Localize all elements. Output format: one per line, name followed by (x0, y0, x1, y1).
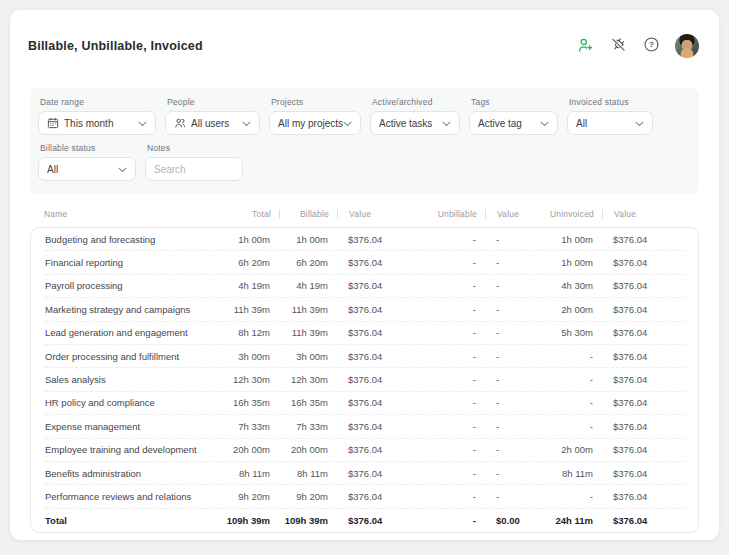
invoiced-status-dropdown[interactable]: All (567, 111, 653, 135)
cell-billable: 16h 35m (270, 397, 328, 408)
top-icon-group: ? (576, 34, 699, 58)
cell-uninvoiced-value: $376.04 (593, 304, 684, 315)
cell-unbillable-value: - (476, 304, 536, 315)
cell-billable-value: $376.04 (328, 351, 402, 362)
cell-name: HR policy and compliance (45, 397, 212, 408)
calendar-icon (47, 117, 59, 129)
cell-billable-value: $376.04 (328, 397, 402, 408)
table-row[interactable]: Payroll processing 4h 19m 4h 19m $376.04… (45, 275, 684, 298)
people-dropdown[interactable]: All users (165, 111, 260, 135)
cell-name: Performance reviews and relations (45, 491, 212, 502)
cell-unbillable: - (402, 374, 476, 385)
cell-total: 6h 20m (212, 257, 270, 268)
table-body: Budgeting and forecasting 1h 00m 1h 00m … (30, 227, 699, 533)
table-row[interactable]: Sales analysis 12h 30m 12h 30m $376.04 -… (45, 368, 684, 391)
table-row[interactable]: Performance reviews and relations 9h 20m… (45, 485, 684, 508)
cell-name: Marketing strategy and campaigns (45, 304, 212, 315)
integrations-disconnected-button[interactable] (609, 37, 627, 55)
table-row[interactable]: Expense management 7h 33m 7h 33m $376.04… (45, 415, 684, 438)
cell-billable: 11h 39m (270, 304, 328, 315)
cell-billable: 1h 00m (270, 234, 328, 245)
filter-people: People All users (165, 97, 260, 135)
chevron-down-icon (118, 164, 127, 175)
cell-billable-value: $376.04 (328, 257, 402, 268)
user-avatar[interactable] (675, 34, 699, 58)
cell-uninvoiced: - (536, 374, 593, 385)
cell-billable: 12h 30m (270, 374, 328, 385)
cell-unbillable: - (402, 421, 476, 432)
column-header-billable: Billable (271, 209, 329, 219)
users-icon (174, 117, 186, 129)
cell-total: 109h 39m (212, 515, 270, 526)
filter-row-1: Date range This month People All users (38, 97, 691, 135)
plug-off-icon (610, 36, 627, 56)
cell-uninvoiced-value: $376.04 (593, 374, 684, 385)
cell-unbillable-value: - (476, 234, 536, 245)
help-button[interactable]: ? (642, 37, 660, 55)
cell-uninvoiced: 1h 00m (536, 234, 593, 245)
table-row[interactable]: Order processing and fulfillment 3h 00m … (45, 345, 684, 368)
cell-total: 9h 20m (212, 491, 270, 502)
cell-unbillable-value: - (476, 491, 536, 502)
notes-search-input[interactable] (145, 157, 243, 181)
filter-date-range: Date range This month (38, 97, 156, 135)
chevron-down-icon (138, 118, 147, 129)
cell-total: 1h 00m (212, 234, 270, 245)
filter-row-2: Billable status All Notes (38, 143, 691, 181)
active-archived-value: Active tasks (379, 118, 442, 129)
cell-billable-value: $376.04 (328, 304, 402, 315)
date-range-dropdown[interactable]: This month (38, 111, 156, 135)
cell-uninvoiced: 2h 00m (536, 444, 593, 455)
cell-uninvoiced-value: $376.04 (593, 491, 684, 502)
cell-unbillable: - (402, 351, 476, 362)
billable-status-dropdown[interactable]: All (38, 157, 136, 181)
table-row[interactable]: Employee training and development 20h 00… (45, 439, 684, 462)
cell-uninvoiced-value: $376.04 (593, 327, 684, 338)
cell-billable-value: $376.04 (328, 444, 402, 455)
filter-label: Tags (471, 97, 558, 107)
cell-uninvoiced: - (536, 351, 593, 362)
cell-unbillable-value: - (476, 468, 536, 479)
table-row[interactable]: Budgeting and forecasting 1h 00m 1h 00m … (45, 228, 684, 251)
cell-unbillable: - (402, 397, 476, 408)
add-user-button[interactable] (576, 37, 594, 55)
table-row[interactable]: Lead generation and engagement 8h 12m 11… (45, 322, 684, 345)
table-row[interactable]: Marketing strategy and campaigns 11h 39m… (45, 298, 684, 321)
cell-unbillable: - (402, 444, 476, 455)
cell-name: Order processing and fulfillment (45, 351, 212, 362)
table-row[interactable]: HR policy and compliance 16h 35m 16h 35m… (45, 392, 684, 415)
cell-name: Budgeting and forecasting (45, 234, 212, 245)
cell-unbillable-value: - (476, 374, 536, 385)
table-total-row[interactable]: Total 109h 39m 109h 39m $376.04 - $0.00 … (45, 509, 684, 532)
column-header-unbillable-value: Value (477, 209, 537, 219)
tags-dropdown[interactable]: Active tag (469, 111, 558, 135)
column-header-uninvoiced: Uninvoiced (537, 209, 594, 219)
chevron-down-icon (442, 118, 451, 129)
cell-uninvoiced-value: $376.04 (593, 421, 684, 432)
table-row[interactable]: Financial reporting 6h 20m 6h 20m $376.0… (45, 251, 684, 274)
filter-label: Invoiced status (569, 97, 653, 107)
filter-billable-status: Billable status All (38, 143, 136, 181)
cell-uninvoiced: 8h 11m (536, 468, 593, 479)
table-row[interactable]: Benefits administration 8h 11m 8h 11m $3… (45, 462, 684, 485)
cell-billable-value: $376.04 (328, 327, 402, 338)
cell-unbillable-value: - (476, 257, 536, 268)
cell-uninvoiced-value: $376.04 (593, 515, 684, 526)
filter-notes: Notes (145, 143, 243, 181)
cell-total: 20h 00m (212, 444, 270, 455)
chevron-down-icon (540, 118, 549, 129)
table-header: Name Total Billable Value Unbillable Val… (30, 206, 699, 222)
cell-total: 12h 30m (212, 374, 270, 385)
cell-unbillable: - (402, 515, 476, 526)
active-archived-dropdown[interactable]: Active tasks (370, 111, 460, 135)
cell-total: 16h 35m (212, 397, 270, 408)
chevron-down-icon (242, 118, 251, 129)
projects-dropdown[interactable]: All my projects (269, 111, 361, 135)
filter-label: Billable status (40, 143, 136, 153)
cell-unbillable: - (402, 234, 476, 245)
cell-total: 3h 00m (212, 351, 270, 362)
report-page: Billable, Unbillable, Invoiced ? (10, 10, 719, 540)
cell-billable-value: $376.04 (328, 491, 402, 502)
cell-name: Financial reporting (45, 257, 212, 268)
cell-uninvoiced-value: $376.04 (593, 234, 684, 245)
